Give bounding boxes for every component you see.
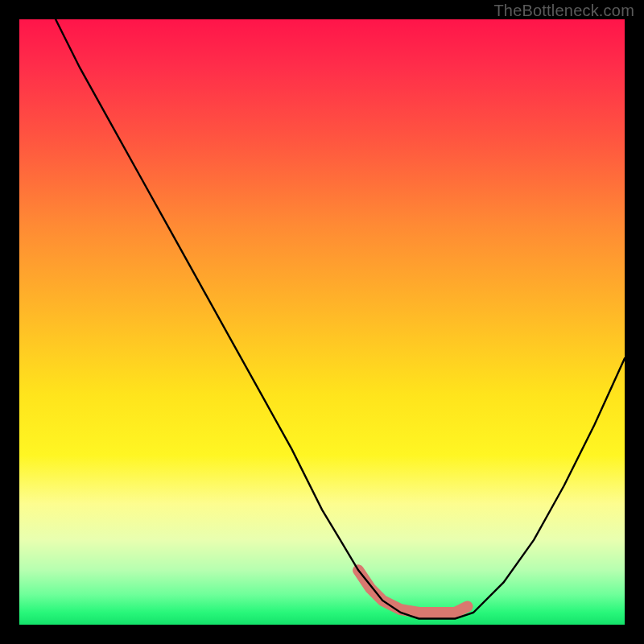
watermark-text: TheBottleneck.com	[493, 2, 634, 20]
plot-area	[19, 19, 625, 625]
chart-frame: TheBottleneck.com	[0, 0, 644, 644]
curve-layer	[19, 19, 625, 625]
bottleneck-curve	[56, 19, 625, 619]
